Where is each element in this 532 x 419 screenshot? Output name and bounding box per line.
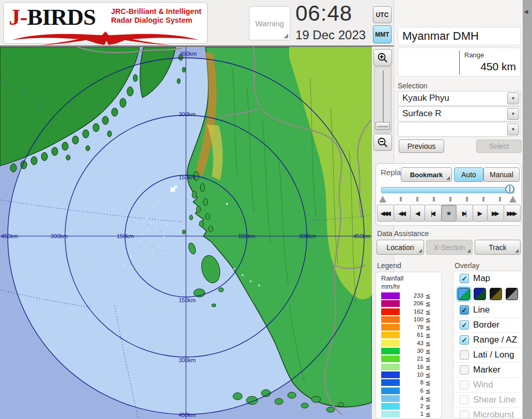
legend-operator: ≦ [426,403,431,410]
range-divider [459,51,460,74]
legend-operator: ≦ [426,324,431,331]
clock-date: 19 Dec 2023 [295,28,378,42]
step-forward-button[interactable]: ▶| [456,205,473,222]
range-start-marker-icon[interactable] [379,196,386,203]
legend-value: 10 [403,371,424,378]
jump-first-button[interactable]: ◀◀◀ [377,205,394,222]
ring-label: 150km [238,233,255,239]
previous-button[interactable]: Previous [399,139,444,153]
ring-label: 300km [179,357,196,363]
legend-swatch [381,348,400,354]
station-title: Myanmar DMH [398,27,521,45]
ring-label: 300km [51,233,68,239]
map-style-black-gray-swatch[interactable] [506,288,518,300]
menu-grip-icon [446,176,450,180]
overlay-item-label: Line [473,305,490,315]
play-button[interactable]: ▶ [473,205,488,222]
legend-row: 10≦ [376,371,442,379]
select-button[interactable]: Select [476,139,522,153]
legend-row: 78≦ [376,323,442,331]
legend-row: 8≦ [376,379,442,386]
site-dropdown[interactable]: Kyauk Phyu ▼ [398,91,521,106]
checkbox[interactable]: ✓ [460,335,469,345]
legend-value: 206 [403,300,424,306]
checkbox[interactable] [460,350,469,360]
radar-map-svg: 450km300km150km150km300km450km450km300km… [0,47,372,419]
replay-slider-handle[interactable] [505,184,514,194]
stop-button[interactable]: ■ [441,205,456,222]
replay-group: Replay Bookmark Auto Manual ◀◀◀◀◀◀|◀■▶|▶… [375,163,522,226]
auto-button[interactable]: Auto [454,167,483,182]
legend-operator: ≦ [426,395,431,402]
legend-swatch [381,379,400,386]
legend-value: 8 [403,379,424,385]
fast-forward-button[interactable]: ▶▶ [487,205,504,222]
legend-value: 2 [403,403,424,409]
slider-tick [416,197,418,201]
radar-map[interactable]: 450km300km150km150km300km450km450km300km… [0,46,372,419]
bookmark-button[interactable]: Bookmark [401,167,452,182]
range-end-marker-icon[interactable] [509,196,517,203]
chevron-down-icon[interactable]: ▼ [507,123,519,135]
option-dropdown[interactable]: ▼ [398,122,521,137]
checkbox[interactable]: ✓ [460,274,469,283]
legend-swatch [381,395,400,402]
step-back-button[interactable]: |◀ [425,205,442,222]
legend-value: 16 [403,364,424,370]
check-icon: ✓ [461,306,467,314]
map-style-swatches [453,286,522,302]
replay-slider-track[interactable] [381,187,514,193]
slider-tick [433,197,435,201]
legend-swatch [381,387,400,394]
ring-label: 150km [179,174,196,180]
site-dropdown-value: Kyauk Phyu [402,93,449,103]
map-style-black-olive-swatch[interactable] [490,288,502,300]
jump-last-button[interactable]: ▶▶▶ [504,205,521,222]
overlay-item-map: ✓Map [453,271,522,286]
ring-label: 150km [179,297,196,303]
legend-operator: ≦ [426,340,431,347]
legend-operator: ≦ [426,364,431,371]
map-style-color-swatch[interactable] [458,288,470,300]
play-reverse-button[interactable]: ◀ [410,205,425,222]
rewind-button[interactable]: ◀◀ [394,205,411,222]
legend-row: 43≦ [376,339,442,347]
legend-operator: ≦ [426,355,431,363]
legend-row: 100≦ [376,316,442,323]
checkbox[interactable] [460,380,469,390]
legend-row: 2≦ [376,402,442,410]
warning-button[interactable]: Warning [249,6,290,40]
legend-swatch [381,292,400,299]
zoom-slider-handle[interactable] [375,122,390,130]
overlay-item-microburst: Microburst [453,407,522,419]
legend-operator: ≦ [426,348,431,355]
checkbox[interactable] [460,410,469,419]
map-style-navy-green-swatch[interactable] [474,288,486,300]
zoom-slider[interactable] [374,67,392,133]
track-button[interactable]: Track [475,240,521,255]
manual-button[interactable]: Manual [483,167,520,182]
brand-tagline: JRC-Brilliant & Intelligent Radar Dialog… [111,7,201,25]
overlay-item-line: ✓Line [453,302,522,317]
legend-value: 30 [403,348,424,354]
chevron-down-icon[interactable]: ▼ [507,92,519,104]
mmt-button[interactable]: MMT [373,25,392,43]
product-dropdown[interactable]: Surface R ▼ [398,106,521,121]
legend-row: 162≦ [376,308,442,316]
checkbox[interactable]: ✓ [460,320,469,330]
zoom-in-button[interactable] [373,49,392,66]
collapse-panel-icon[interactable]: ◀ [524,8,528,15]
utc-button[interactable]: UTC [373,6,392,23]
legend-value: 61 [403,332,424,338]
legend-row: 21≦ [376,355,442,363]
zoom-out-button[interactable] [373,134,392,151]
checkbox[interactable]: ✓ [460,305,469,315]
overlay-item-label: Microburst [473,410,514,419]
legend-value: 233 [403,292,424,299]
checkbox[interactable] [460,365,469,375]
x-section-button[interactable]: X-Section [426,240,473,255]
chevron-down-icon[interactable]: ▼ [507,108,519,120]
legend-operator: ≦ [426,379,431,386]
checkbox[interactable] [460,395,469,405]
location-button[interactable]: Location [377,240,424,255]
